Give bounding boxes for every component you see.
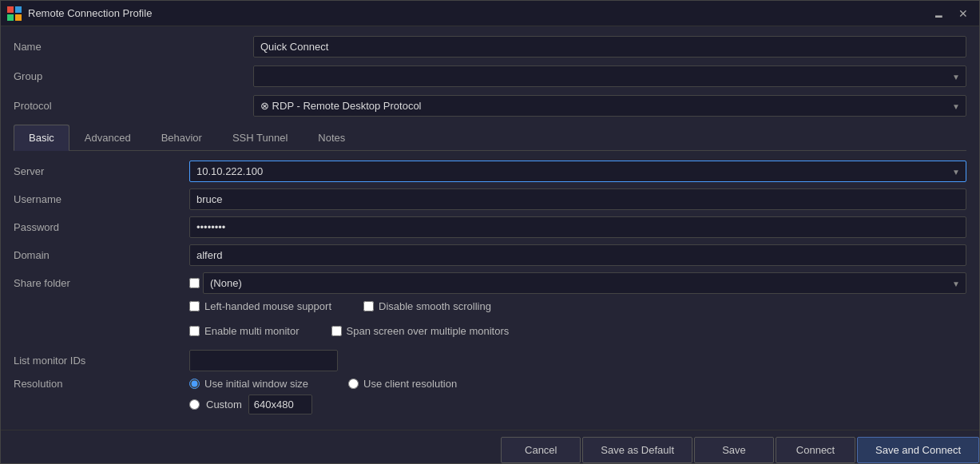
tab-content-basic: Server ▼ Username Password bbox=[14, 161, 966, 430]
resolution-row: Resolution Use initial window size Use c… bbox=[14, 378, 966, 390]
server-select-wrapper: ▼ bbox=[189, 161, 966, 182]
domain-row: Domain bbox=[14, 244, 966, 266]
password-row: Password bbox=[14, 216, 966, 238]
custom-resolution-control: Custom bbox=[189, 395, 966, 414]
save-connect-button[interactable]: Save and Connect bbox=[857, 437, 979, 463]
name-input[interactable] bbox=[253, 36, 966, 58]
cancel-button[interactable]: Cancel bbox=[501, 437, 581, 463]
share-folder-select-wrapper: (None) ▼ bbox=[203, 272, 966, 294]
domain-control bbox=[189, 244, 966, 266]
resolution-radio-group: Use initial window size Use client resol… bbox=[189, 378, 966, 390]
list-monitor-control bbox=[189, 350, 966, 371]
name-control bbox=[253, 36, 966, 58]
username-label: Username bbox=[14, 193, 189, 205]
domain-input[interactable] bbox=[189, 244, 966, 266]
left-handed-label: Left-handed mouse support bbox=[204, 300, 331, 312]
checkbox-group-2: Enable multi monitor Span screen over mu… bbox=[189, 325, 966, 337]
use-initial-radio[interactable] bbox=[189, 379, 200, 389]
checkbox-row-2: Enable multi monitor Span screen over mu… bbox=[14, 325, 966, 343]
username-input[interactable] bbox=[189, 188, 966, 210]
close-button[interactable]: ✕ bbox=[954, 6, 973, 21]
multi-monitor-label: Enable multi monitor bbox=[204, 325, 300, 337]
titlebar-controls: 🗕 ✕ bbox=[928, 6, 973, 21]
server-control: ▼ bbox=[189, 161, 966, 182]
disable-scroll-item: Disable smooth scrolling bbox=[363, 300, 491, 312]
tab-basic[interactable]: Basic bbox=[14, 125, 69, 151]
group-row: Group ▼ bbox=[14, 65, 966, 87]
password-input[interactable] bbox=[189, 216, 966, 238]
server-row: Server ▼ bbox=[14, 161, 966, 182]
left-handed-checkbox[interactable] bbox=[189, 301, 200, 311]
protocol-row: Protocol ⊗ RDP - Remote Desktop Protocol… bbox=[14, 95, 966, 117]
content-area: Name Group ▼ Protocol bbox=[1, 26, 979, 430]
svg-rect-0 bbox=[7, 6, 14, 13]
resolution-control: Use initial window size Use client resol… bbox=[189, 378, 966, 390]
custom-radio[interactable] bbox=[189, 399, 200, 410]
username-control bbox=[189, 188, 966, 210]
checkbox-group-1: Left-handed mouse support Disable smooth… bbox=[189, 300, 966, 312]
password-label: Password bbox=[14, 221, 189, 233]
use-client-label: Use client resolution bbox=[363, 378, 457, 390]
use-initial-item: Use initial window size bbox=[189, 378, 308, 390]
span-screen-item: Span screen over multiple monitors bbox=[331, 325, 510, 337]
app-icon bbox=[7, 6, 22, 21]
tab-notes[interactable]: Notes bbox=[303, 125, 360, 150]
name-label: Name bbox=[14, 41, 253, 53]
footer: Cancel Save as Default Save Connect Save… bbox=[1, 430, 979, 463]
password-control bbox=[189, 216, 966, 238]
group-select-wrapper: ▼ bbox=[253, 65, 966, 87]
use-initial-label: Use initial window size bbox=[204, 378, 308, 390]
disable-scroll-checkbox[interactable] bbox=[363, 301, 374, 311]
tab-ssh-tunnel[interactable]: SSH Tunnel bbox=[217, 125, 303, 150]
checkbox-control-1: Left-handed mouse support Disable smooth… bbox=[189, 300, 966, 319]
list-monitor-input[interactable] bbox=[189, 350, 338, 371]
share-folder-label: Share folder bbox=[14, 277, 189, 289]
connect-button[interactable]: Connect bbox=[776, 437, 855, 463]
svg-rect-2 bbox=[7, 14, 14, 21]
multi-monitor-item: Enable multi monitor bbox=[189, 325, 300, 337]
share-folder-select[interactable]: (None) bbox=[203, 272, 966, 294]
custom-wrapper: Custom bbox=[189, 395, 966, 414]
save-default-button[interactable]: Save as Default bbox=[582, 437, 692, 463]
minimize-button[interactable]: 🗕 bbox=[928, 6, 949, 21]
window-title: Remote Connection Profile bbox=[28, 7, 152, 19]
use-client-item: Use client resolution bbox=[348, 378, 457, 390]
save-button[interactable]: Save bbox=[694, 437, 774, 463]
list-monitor-label: List monitor IDs bbox=[14, 355, 189, 367]
window: Remote Connection Profile 🗕 ✕ Name Group… bbox=[0, 0, 980, 464]
share-folder-checkbox[interactable] bbox=[189, 278, 200, 288]
disable-scroll-label: Disable smooth scrolling bbox=[379, 300, 491, 312]
domain-label: Domain bbox=[14, 249, 189, 261]
svg-rect-3 bbox=[15, 14, 22, 21]
group-control: ▼ bbox=[253, 65, 966, 87]
tab-advanced[interactable]: Advanced bbox=[69, 125, 146, 150]
left-handed-item: Left-handed mouse support bbox=[189, 300, 331, 312]
tab-behavior[interactable]: Behavior bbox=[146, 125, 217, 150]
titlebar: Remote Connection Profile 🗕 ✕ bbox=[1, 1, 979, 26]
span-screen-label: Span screen over multiple monitors bbox=[347, 325, 510, 337]
protocol-control: ⊗ RDP - Remote Desktop Protocol ▼ bbox=[253, 95, 966, 117]
resolution-label: Resolution bbox=[14, 378, 189, 390]
multi-monitor-checkbox[interactable] bbox=[189, 326, 200, 336]
checkbox-control-2: Enable multi monitor Span screen over mu… bbox=[189, 325, 966, 343]
server-input[interactable] bbox=[189, 161, 966, 182]
custom-label: Custom bbox=[206, 399, 242, 410]
protocol-label: Protocol bbox=[14, 100, 253, 112]
share-folder-control: (None) ▼ bbox=[189, 272, 966, 294]
protocol-select[interactable]: ⊗ RDP - Remote Desktop Protocol bbox=[253, 95, 966, 117]
share-folder-row: Share folder (None) ▼ bbox=[14, 272, 966, 294]
list-monitor-row: List monitor IDs bbox=[14, 350, 966, 371]
group-label: Group bbox=[14, 70, 253, 82]
username-row: Username bbox=[14, 188, 966, 210]
use-client-radio[interactable] bbox=[348, 379, 359, 389]
span-screen-checkbox[interactable] bbox=[331, 326, 342, 336]
checkbox-row-1: Left-handed mouse support Disable smooth… bbox=[14, 300, 966, 319]
group-select[interactable] bbox=[253, 65, 966, 87]
name-row: Name bbox=[14, 36, 966, 58]
custom-resolution-input[interactable] bbox=[248, 395, 312, 414]
protocol-select-wrapper: ⊗ RDP - Remote Desktop Protocol ▼ bbox=[253, 95, 966, 117]
server-label: Server bbox=[14, 165, 189, 177]
tabs: Basic Advanced Behavior SSH Tunnel Notes bbox=[14, 125, 966, 151]
svg-rect-1 bbox=[15, 6, 22, 13]
custom-resolution-row: Custom bbox=[14, 395, 966, 414]
